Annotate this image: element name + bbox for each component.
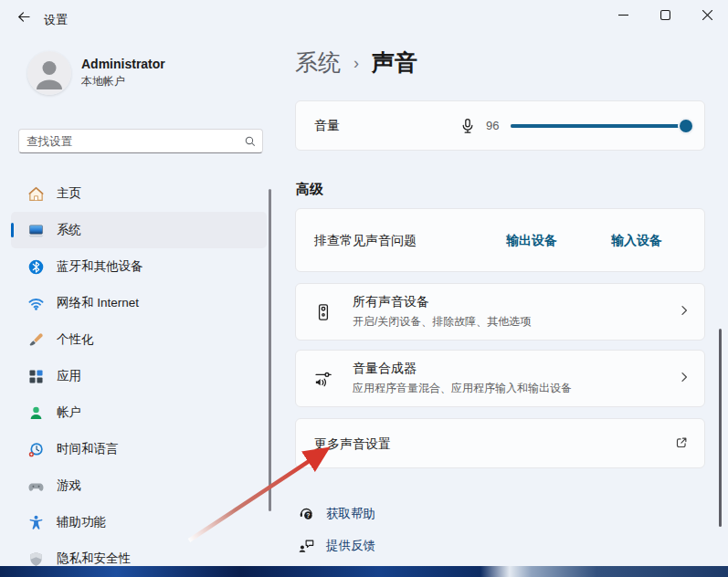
all-sound-devices-row[interactable]: 所有声音设备 开启/关闭设备、排除故障、其他选项 xyxy=(295,283,705,341)
volume-value: 96 xyxy=(486,119,499,132)
feedback-icon xyxy=(297,537,315,554)
sidebar-item-personalization[interactable]: 个性化 xyxy=(11,321,267,358)
volume-mixer-row[interactable]: 音量合成器 应用程序音量混合、应用程序输入和输出设备 xyxy=(295,350,705,407)
sidebar-item-accessibility[interactable]: 辅助功能 xyxy=(11,504,267,540)
search-input[interactable] xyxy=(19,135,238,148)
volume-card: 音量 96 xyxy=(295,100,705,151)
titlebar: 设置 xyxy=(0,0,728,37)
sidebar-item-network[interactable]: 网络和 Internet xyxy=(11,285,267,321)
advanced-heading: 高级 xyxy=(296,181,323,198)
avatar xyxy=(27,51,71,95)
network-icon xyxy=(26,294,45,312)
sidebar-item-apps[interactable]: 应用 xyxy=(11,358,267,394)
settings-window: 设置 Administrator 本地帐户 xyxy=(0,0,728,577)
apps-icon xyxy=(26,367,45,385)
volume-slider-fill xyxy=(511,124,686,128)
external-link-icon xyxy=(673,435,690,455)
window-controls xyxy=(602,0,728,29)
svg-text:?: ? xyxy=(306,512,310,519)
privacy-icon xyxy=(26,550,45,568)
system-icon xyxy=(26,221,45,239)
breadcrumb-separator: › xyxy=(353,54,359,73)
all-sound-devices-title: 所有声音设备 xyxy=(353,294,531,310)
minimize-button[interactable] xyxy=(602,0,644,29)
breadcrumb-system[interactable]: 系统 xyxy=(295,47,341,78)
sidebar-item-gaming[interactable]: 游戏 xyxy=(11,467,267,504)
more-sound-settings-label: 更多声音设置 xyxy=(314,436,391,453)
sidebar-scrollbar[interactable] xyxy=(269,189,271,511)
sidebar-item-home[interactable]: 主页 xyxy=(11,175,267,212)
sidebar-item-bluetooth[interactable]: 蓝牙和其他设备 xyxy=(11,248,267,285)
volume-slider[interactable] xyxy=(511,124,693,128)
volume-slider-thumb[interactable] xyxy=(680,120,692,132)
profile-name: Administrator xyxy=(81,57,165,71)
volume-label: 音量 xyxy=(314,118,340,134)
back-arrow-icon xyxy=(16,9,32,28)
all-sound-devices-subtitle: 开启/关闭设备、排除故障、其他选项 xyxy=(353,314,531,330)
home-icon xyxy=(26,184,45,203)
profile-account-type: 本地帐户 xyxy=(81,74,165,89)
gaming-icon xyxy=(26,477,45,495)
mixer-icon xyxy=(313,369,333,393)
page-title: 声音 xyxy=(372,47,417,78)
sidebar: Administrator 本地帐户 主页 xyxy=(0,37,279,577)
page-scrollbar[interactable] xyxy=(719,329,722,527)
microphone-icon xyxy=(459,117,477,139)
profile[interactable]: Administrator 本地帐户 xyxy=(27,51,165,95)
volume-mixer-subtitle: 应用程序音量混合、应用程序输入和输出设备 xyxy=(353,381,572,396)
sidebar-item-accounts[interactable]: 帐户 xyxy=(11,394,267,431)
breadcrumb: 系统 › 声音 xyxy=(295,47,417,78)
input-devices-link[interactable]: 输入设备 xyxy=(611,233,662,249)
main-content: 系统 › 声音 音量 96 高级 排查常见声音问题 输出设备 输入设备 xyxy=(295,37,705,577)
speaker-device-icon xyxy=(313,302,333,326)
personalization-icon xyxy=(26,330,45,349)
get-help-link[interactable]: ? 获取帮助 xyxy=(297,498,375,530)
bluetooth-icon xyxy=(26,257,45,276)
back-button[interactable] xyxy=(9,5,38,31)
give-feedback-link[interactable]: 提供反馈 xyxy=(297,530,375,561)
sidebar-nav: 主页 系统 蓝牙和其他设备 网络和 In xyxy=(11,175,267,577)
troubleshoot-card: 排查常见声音问题 输出设备 输入设备 xyxy=(295,208,705,272)
chevron-right-icon xyxy=(677,370,691,388)
maximize-button[interactable] xyxy=(644,0,686,29)
volume-mixer-title: 音量合成器 xyxy=(353,361,572,377)
sidebar-item-system[interactable]: 系统 xyxy=(11,212,267,248)
close-button[interactable] xyxy=(686,0,728,29)
accessibility-icon xyxy=(26,513,45,531)
more-sound-settings-row[interactable]: 更多声音设置 xyxy=(295,418,705,468)
footer-links: ? 获取帮助 提供反馈 xyxy=(297,498,375,561)
troubleshoot-label: 排查常见声音问题 xyxy=(314,233,417,249)
time-language-icon xyxy=(26,440,45,458)
chevron-right-icon xyxy=(677,303,691,321)
accounts-icon xyxy=(26,404,45,422)
search-icon xyxy=(238,135,262,148)
output-devices-link[interactable]: 输出设备 xyxy=(506,233,557,249)
search-box[interactable] xyxy=(18,129,263,153)
window-title: 设置 xyxy=(44,12,68,28)
desktop-wallpaper-strip xyxy=(0,566,728,577)
sidebar-item-time-language[interactable]: 时间和语言 xyxy=(11,431,267,467)
selected-indicator xyxy=(11,223,14,237)
help-headset-icon: ? xyxy=(297,505,315,522)
